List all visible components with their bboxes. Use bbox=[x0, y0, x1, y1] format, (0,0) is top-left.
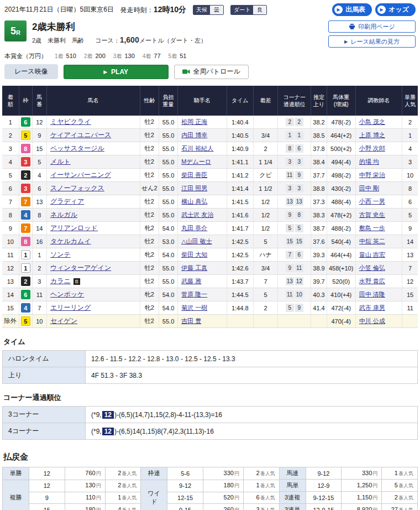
payout-amount: 330円 bbox=[342, 467, 382, 480]
horse-name-link[interactable]: グラディア bbox=[50, 197, 84, 205]
horse-name-link[interactable]: タケルカムイ bbox=[50, 237, 91, 245]
column-header: 推定 上り bbox=[311, 86, 327, 116]
camera-icon bbox=[182, 69, 190, 75]
print-page-button[interactable]: 印刷用ページ bbox=[328, 20, 416, 33]
trainer-link[interactable]: 中舘 英二 bbox=[359, 238, 385, 244]
horse-name-link[interactable]: メルト bbox=[50, 158, 71, 165]
frame-cell: 8 bbox=[19, 142, 32, 155]
trainer-link[interactable]: 武市 康男 bbox=[359, 304, 385, 311]
waku-badge: 3 bbox=[21, 157, 30, 166]
trainer-link[interactable]: 中川 公成 bbox=[359, 318, 385, 324]
horse-name-link[interactable]: ペッサスタージル bbox=[50, 144, 104, 152]
jockey-link[interactable]: 柴田 大知 bbox=[181, 251, 207, 258]
jockey-link[interactable]: 武士沢 友治 bbox=[181, 211, 213, 218]
margin: 1 1/4 bbox=[253, 155, 277, 169]
horse-name-cell: セイゲン bbox=[46, 315, 140, 328]
horse-name-link[interactable]: エリーリング bbox=[50, 304, 91, 311]
horse-name-cell: エリーリング bbox=[46, 301, 140, 315]
jockey-link[interactable]: 石川 裕紀人 bbox=[181, 145, 213, 152]
time-section-title: タイム bbox=[2, 337, 418, 347]
horse-name-link[interactable]: ネルガル bbox=[50, 211, 77, 218]
horse-name-link[interactable]: セイゲン bbox=[50, 317, 77, 325]
trainer-link[interactable]: 水野 貴広 bbox=[359, 278, 385, 284]
play-button[interactable]: ▶PLAY bbox=[64, 65, 169, 79]
finish-position: 12 bbox=[2, 262, 19, 275]
jockey-link[interactable]: 内田 博幸 bbox=[181, 132, 207, 138]
jockey-link[interactable]: 武藤 雅 bbox=[181, 278, 201, 284]
horse-name-link[interactable]: アリアンロッド bbox=[50, 224, 98, 232]
horse-name-link[interactable]: ウィンターアゲイン bbox=[50, 264, 111, 272]
jockey-link[interactable]: 江田 照男 bbox=[181, 185, 207, 191]
carried-weight: 55.0 bbox=[159, 169, 177, 182]
corner-order-text: (*9, bbox=[91, 411, 102, 419]
margin bbox=[253, 116, 277, 129]
jockey-link[interactable]: 伊藤 工真 bbox=[181, 264, 207, 271]
horse-name-link[interactable]: カラニ bbox=[50, 277, 71, 285]
trainer-link[interactable]: 田中 清隆 bbox=[359, 291, 385, 298]
trainer-cell: 田中 清隆 bbox=[355, 288, 402, 301]
margin: 1/2 bbox=[253, 209, 277, 222]
horse-name-link[interactable]: ヘンポッケ bbox=[50, 290, 84, 298]
last-3f-time: 38.5 bbox=[311, 129, 327, 142]
corner-position: 10 bbox=[295, 290, 303, 299]
trainer-link[interactable]: 的場 均 bbox=[359, 158, 379, 165]
trainer-link[interactable]: 古賀 史生 bbox=[359, 211, 385, 218]
last-3f-time: 37.7 bbox=[311, 169, 327, 182]
result-guide-button[interactable]: ▶レース結果の見方 bbox=[328, 35, 416, 48]
entries-button[interactable]: ▶出馬表 bbox=[332, 3, 372, 16]
patrol-button[interactable]: 全周パトロール bbox=[174, 65, 249, 79]
trainer-link[interactable]: 小笠 倫弘 bbox=[359, 264, 385, 271]
column-header: 単勝 人気 bbox=[402, 86, 418, 116]
horse-name-link[interactable]: ケイアイユニバース bbox=[50, 131, 111, 139]
start-time: 発走時刻：12時10分 bbox=[120, 5, 186, 15]
corner-positions bbox=[278, 315, 311, 328]
horse-weight: 464(+2) bbox=[327, 129, 355, 142]
horse-name-link[interactable]: ソンテ bbox=[50, 251, 71, 258]
horse-name-link[interactable]: スノーフォックス bbox=[50, 184, 104, 192]
blinker-badge: B bbox=[74, 278, 80, 285]
trainer-link[interactable]: 小西 一男 bbox=[359, 198, 385, 205]
frame-cell: 2 bbox=[19, 275, 32, 288]
corner-positions: 33 bbox=[278, 155, 311, 169]
popularity-unit: 番人気 bbox=[260, 483, 275, 488]
payout-popularity: 6番人気 bbox=[243, 492, 279, 504]
yen-unit: 円 bbox=[234, 483, 239, 488]
payout-combination: 9-12-15 bbox=[306, 492, 342, 504]
jockey-link[interactable]: 松岡 正海 bbox=[181, 118, 207, 125]
jockey-link[interactable]: 菊沢 一樹 bbox=[181, 304, 207, 311]
finish-position: 7 bbox=[2, 195, 19, 209]
jockey-link[interactable]: 丸田 恭介 bbox=[181, 225, 207, 231]
finish-time: 1:41.1 bbox=[227, 155, 253, 169]
carried-weight: 55.0 bbox=[159, 116, 177, 129]
trainer-link[interactable]: 敷島 一歩 bbox=[359, 225, 385, 231]
jockey-link[interactable]: Mデムーロ bbox=[181, 158, 211, 165]
win-popularity: 11 bbox=[402, 301, 418, 315]
horse-name-link[interactable]: イーサンバーニング bbox=[50, 171, 111, 179]
trainer-link[interactable]: 上原 博之 bbox=[359, 132, 385, 138]
carried-weight: 55.0 bbox=[159, 195, 177, 209]
horse-name-link[interactable]: ミヤビクライ bbox=[50, 118, 91, 126]
trainer-cell: 水野 貴広 bbox=[355, 275, 402, 288]
frame-cell: 2 bbox=[19, 169, 32, 182]
waku-badge: 8 bbox=[21, 237, 30, 246]
trainer-cell: 小笠 倫弘 bbox=[355, 262, 402, 275]
trainer-link[interactable]: 小島 茂之 bbox=[359, 118, 385, 125]
jockey-link[interactable]: 菅原 隆一 bbox=[181, 291, 207, 298]
trainer-link[interactable]: 畠山 吉宏 bbox=[359, 251, 385, 258]
trainer-link[interactable]: 小野 次郎 bbox=[359, 145, 385, 152]
trainer-link[interactable]: 田中 剛 bbox=[359, 185, 379, 191]
jockey-link[interactable]: 横山 典弘 bbox=[181, 198, 207, 205]
horse-number: 1 bbox=[32, 248, 46, 262]
prize-rank: 1着 bbox=[55, 53, 64, 59]
finish-time: 1:42.5 bbox=[227, 235, 253, 248]
jockey-link[interactable]: 柴田 善臣 bbox=[181, 171, 207, 178]
jockey-link[interactable]: 吉田 豊 bbox=[181, 318, 201, 324]
trainer-link[interactable]: 中野 栄治 bbox=[359, 171, 385, 178]
odds-button[interactable]: ▶オッズ bbox=[375, 3, 416, 16]
horse-weight: 488(-4) bbox=[327, 195, 355, 209]
payout-combination: 12-9-15 bbox=[306, 504, 342, 510]
corner-position: 9 bbox=[286, 264, 294, 272]
horse-number: 12 bbox=[32, 116, 46, 129]
jockey-link[interactable]: △山田 敬士 bbox=[181, 238, 212, 244]
corner-position: 9 bbox=[295, 304, 303, 312]
